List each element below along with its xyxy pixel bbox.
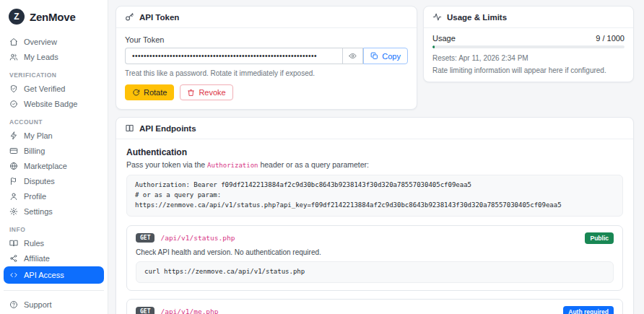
users-icon (9, 53, 18, 61)
token-field-label: Your Token (125, 35, 408, 44)
sidebar-item-label: Disputes (24, 177, 55, 186)
sidebar-item-label: Support (24, 300, 52, 309)
sidebar-item-label: API Access (24, 271, 64, 279)
main-content: API Token Your Token Copy Treat (108, 0, 644, 314)
sidebar-item-label: Get Verified (24, 84, 65, 93)
trash-icon (187, 89, 195, 97)
authentication-intro: Pass your token via the Authorization he… (126, 160, 623, 169)
globe-icon (9, 162, 18, 170)
api-endpoints-card-title: API Endpoints (139, 124, 196, 133)
auth-intro-suffix: header or as a query parameter: (258, 160, 370, 169)
endpoint-path: /api/v1/status.php (160, 234, 235, 242)
key-icon (125, 12, 134, 22)
sidebar-item-rules[interactable]: Rules (4, 236, 104, 250)
sidebar-item-overview[interactable]: Overview (4, 35, 104, 49)
sidebar-item-label: Billing (24, 147, 45, 155)
rotate-icon (132, 89, 140, 97)
eye-icon (349, 52, 357, 60)
sidebar-item-label: Settings (24, 207, 53, 216)
copy-token-button[interactable]: Copy (363, 48, 408, 64)
revoke-token-button[interactable]: Revoke (180, 84, 232, 100)
brand-logo[interactable]: Z ZenMove (9, 9, 99, 25)
sidebar-item-api-access[interactable]: API Access (4, 266, 104, 284)
brand-logo-icon: Z (9, 9, 25, 25)
endpoint--api-v1-status-php: GET/api/v1/status.phpPublicCheck API hea… (126, 225, 623, 291)
usage-limits-card-body: Usage 9 / 1000 Resets: Apr 11, 2026 2:34… (424, 28, 633, 82)
token-helper-text: Treat this like a password. Rotate it im… (125, 69, 408, 77)
api-endpoints-card-body: Authentication Pass your token via the A… (116, 139, 633, 314)
sidebar-item-label: My Plan (24, 131, 53, 140)
endpoint-status-badge: Public (585, 232, 614, 244)
code-icon (9, 271, 18, 279)
api-token-card: API Token Your Token Copy Treat (116, 6, 417, 110)
token-input[interactable] (125, 48, 342, 64)
book-icon (125, 123, 134, 133)
zap-icon (9, 131, 18, 140)
authentication-heading: Authentication (126, 147, 623, 157)
http-method-badge: GET (136, 307, 155, 314)
usage-limits-card-title: Usage & Limits (447, 13, 507, 22)
endpoint-header: GET/api/v1/status.phpPublic (136, 232, 614, 244)
home-icon (9, 38, 18, 46)
api-endpoints-card: API Endpoints Authentication Pass your t… (116, 117, 634, 314)
help-circle-icon (9, 300, 18, 309)
rate-limit-note: Rate limiting information will appear he… (432, 66, 625, 74)
flag-icon (9, 177, 18, 186)
token-actions: Rotate Revoke (125, 84, 408, 100)
sidebar-nav: OverviewMy LeadsVERIFICATIONGet Verified… (0, 35, 108, 284)
shield-check-icon (9, 84, 18, 93)
sidebar-footer-nav: SupportAdmin PanelLogout (0, 297, 108, 314)
book-open-icon (9, 239, 18, 248)
sidebar-item-billing[interactable]: Billing (4, 144, 104, 158)
sidebar-item-profile[interactable]: Profile (4, 189, 104, 204)
copy-button-label: Copy (382, 52, 401, 61)
sidebar-section-heading: VERIFICATION (0, 65, 108, 81)
sidebar-item-disputes[interactable]: Disputes (4, 174, 104, 188)
credit-card-icon (9, 147, 18, 155)
sidebar-item-settings[interactable]: Settings (4, 204, 104, 219)
sidebar-divider (4, 290, 104, 291)
gear-icon (9, 207, 18, 216)
activity-icon (432, 12, 442, 22)
sidebar-section-heading: INFO (0, 219, 108, 235)
toggle-token-visibility-button[interactable] (342, 48, 363, 64)
endpoint--api-v1-me-php: GET/api/v1/me.phpAuth requiredReturns yo… (126, 299, 623, 314)
user-icon (9, 192, 18, 201)
sidebar-item-get-verified[interactable]: Get Verified (4, 82, 104, 96)
rotate-button-label: Rotate (144, 88, 167, 97)
api-endpoints-card-header: API Endpoints (116, 118, 633, 139)
sidebar-item-support[interactable]: Support (4, 297, 104, 312)
sidebar-item-label: Website Badge (24, 100, 77, 108)
endpoint-status-badge: Auth required (563, 306, 614, 314)
sidebar-item-affiliate[interactable]: Affiliate (4, 251, 104, 266)
endpoint-description: Check API health and version. No authent… (136, 248, 614, 256)
sidebar-item-my-leads[interactable]: My Leads (4, 50, 104, 64)
sidebar-item-website-badge[interactable]: Website Badge (4, 97, 104, 111)
endpoint-header: GET/api/v1/me.phpAuth required (136, 306, 614, 314)
brand-name: ZenMove (30, 11, 76, 23)
usage-label: Usage (432, 34, 456, 43)
share-icon (9, 254, 18, 263)
copy-icon (370, 52, 378, 60)
authorization-inline-code: Authorization (207, 162, 258, 169)
app-root: Z ZenMove OverviewMy LeadsVERIFICATIONGe… (0, 0, 644, 314)
sidebar-item-marketplace[interactable]: Marketplace (4, 159, 104, 173)
usage-progress-fill (432, 45, 435, 48)
sidebar-item-label: Rules (24, 239, 44, 248)
usage-limits-card-header: Usage & Limits (424, 6, 633, 28)
usage-value: 9 / 1000 (596, 34, 625, 43)
rotate-token-button[interactable]: Rotate (125, 84, 174, 100)
revoke-button-label: Revoke (199, 88, 225, 97)
http-method-badge: GET (136, 233, 155, 243)
sidebar-item-label: My Leads (24, 53, 58, 61)
sidebar-item-my-plan[interactable]: My Plan (4, 128, 104, 143)
sidebar-item-label: Profile (24, 192, 46, 201)
usage-limits-card: Usage & Limits Usage 9 / 1000 Resets: Ap… (423, 6, 634, 82)
api-token-card-title: API Token (139, 13, 179, 22)
auth-code-block: Authorization: Bearer f09df2142213884af2… (126, 175, 623, 217)
sidebar-section-heading: ACCOUNT (0, 112, 108, 128)
sidebar: Z ZenMove OverviewMy LeadsVERIFICATIONGe… (0, 0, 108, 314)
sidebar-item-label: Marketplace (24, 162, 67, 170)
usage-resets-text: Resets: Apr 11, 2026 2:34 PM (432, 54, 625, 62)
token-input-group: Copy (125, 48, 408, 64)
